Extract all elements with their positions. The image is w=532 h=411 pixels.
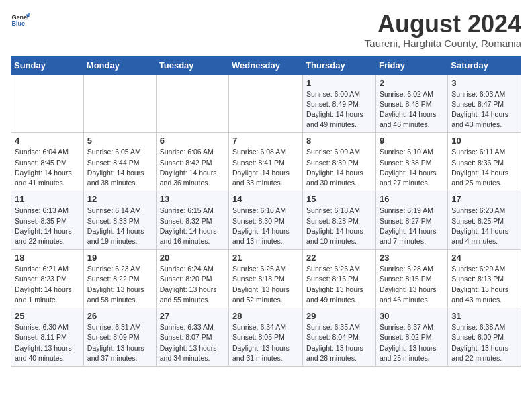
day-info: Sunrise: 6:34 AMSunset: 8:05 PMDaylight:… [232, 322, 299, 363]
weekday-header-cell: Tuesday [156, 56, 228, 75]
calendar-body: 1Sunrise: 6:00 AMSunset: 8:49 PMDaylight… [11, 75, 521, 366]
calendar-day-cell: 17Sunrise: 6:20 AMSunset: 8:25 PMDayligh… [448, 191, 521, 250]
day-info: Sunrise: 6:03 AMSunset: 8:47 PMDaylight:… [451, 89, 517, 130]
day-info: Sunrise: 6:25 AMSunset: 8:18 PMDaylight:… [232, 264, 299, 305]
day-number: 8 [306, 136, 372, 146]
calendar-week-row: 11Sunrise: 6:13 AMSunset: 8:35 PMDayligh… [11, 191, 521, 250]
calendar-day-cell: 26Sunrise: 6:31 AMSunset: 8:09 PMDayligh… [83, 308, 156, 367]
calendar-day-cell: 15Sunrise: 6:18 AMSunset: 8:28 PMDayligh… [303, 191, 376, 250]
day-info: Sunrise: 6:15 AMSunset: 8:32 PMDaylight:… [160, 205, 225, 246]
day-info: Sunrise: 6:37 AMSunset: 8:02 PMDaylight:… [380, 322, 444, 363]
day-number: 21 [232, 253, 299, 263]
calendar-day-cell: 8Sunrise: 6:09 AMSunset: 8:39 PMDaylight… [303, 133, 376, 191]
calendar-day-cell: 20Sunrise: 6:24 AMSunset: 8:20 PMDayligh… [156, 250, 228, 308]
calendar-day-cell: 11Sunrise: 6:13 AMSunset: 8:35 PMDayligh… [11, 191, 84, 250]
calendar-day-cell: 10Sunrise: 6:11 AMSunset: 8:36 PMDayligh… [448, 133, 521, 191]
day-info: Sunrise: 6:02 AMSunset: 8:48 PMDaylight:… [380, 89, 444, 130]
day-info: Sunrise: 6:19 AMSunset: 8:27 PMDaylight:… [380, 205, 444, 246]
day-info: Sunrise: 6:21 AMSunset: 8:23 PMDaylight:… [15, 264, 80, 305]
day-info: Sunrise: 6:29 AMSunset: 8:13 PMDaylight:… [451, 264, 517, 305]
month-title: August 2024 [365, 11, 521, 38]
calendar-day-cell [156, 75, 228, 133]
day-number: 28 [232, 311, 299, 321]
header: General Blue August 2024 Taureni, Harghi… [11, 11, 521, 49]
day-number: 17 [451, 194, 517, 204]
day-number: 3 [451, 78, 517, 88]
calendar-day-cell: 31Sunrise: 6:38 AMSunset: 8:00 PMDayligh… [448, 308, 521, 367]
calendar-week-row: 4Sunrise: 6:04 AMSunset: 8:45 PMDaylight… [11, 133, 521, 191]
day-number: 27 [160, 311, 225, 321]
day-number: 30 [380, 311, 444, 321]
day-number: 14 [232, 194, 299, 204]
day-info: Sunrise: 6:20 AMSunset: 8:25 PMDaylight:… [451, 205, 517, 246]
day-info: Sunrise: 6:11 AMSunset: 8:36 PMDaylight:… [451, 147, 517, 188]
day-number: 20 [160, 253, 225, 263]
calendar-day-cell: 18Sunrise: 6:21 AMSunset: 8:23 PMDayligh… [11, 250, 84, 308]
day-info: Sunrise: 6:31 AMSunset: 8:09 PMDaylight:… [87, 322, 152, 363]
calendar-day-cell: 9Sunrise: 6:10 AMSunset: 8:38 PMDaylight… [375, 133, 447, 191]
calendar-day-cell: 28Sunrise: 6:34 AMSunset: 8:05 PMDayligh… [229, 308, 303, 367]
weekday-header-cell: Thursday [303, 56, 376, 75]
day-number: 6 [160, 136, 225, 146]
day-info: Sunrise: 6:33 AMSunset: 8:07 PMDaylight:… [160, 322, 225, 363]
logo-icon: General Blue [11, 11, 30, 30]
day-info: Sunrise: 6:35 AMSunset: 8:04 PMDaylight:… [306, 322, 372, 363]
day-number: 26 [87, 311, 152, 321]
day-info: Sunrise: 6:38 AMSunset: 8:00 PMDaylight:… [451, 322, 517, 363]
calendar-day-cell: 4Sunrise: 6:04 AMSunset: 8:45 PMDaylight… [11, 133, 84, 191]
day-number: 18 [15, 253, 80, 263]
calendar-day-cell [229, 75, 303, 133]
day-info: Sunrise: 6:10 AMSunset: 8:38 PMDaylight:… [380, 147, 444, 188]
calendar-day-cell: 14Sunrise: 6:16 AMSunset: 8:30 PMDayligh… [229, 191, 303, 250]
calendar-day-cell: 2Sunrise: 6:02 AMSunset: 8:48 PMDaylight… [375, 75, 447, 133]
calendar-day-cell: 7Sunrise: 6:08 AMSunset: 8:41 PMDaylight… [229, 133, 303, 191]
day-info: Sunrise: 6:08 AMSunset: 8:41 PMDaylight:… [232, 147, 299, 188]
calendar-week-row: 25Sunrise: 6:30 AMSunset: 8:11 PMDayligh… [11, 308, 521, 367]
day-info: Sunrise: 6:14 AMSunset: 8:33 PMDaylight:… [87, 205, 152, 246]
calendar-table: SundayMondayTuesdayWednesdayThursdayFrid… [11, 56, 521, 367]
day-number: 1 [306, 78, 372, 88]
day-info: Sunrise: 6:28 AMSunset: 8:15 PMDaylight:… [380, 264, 444, 305]
weekday-header-cell: Wednesday [229, 56, 303, 75]
day-info: Sunrise: 6:23 AMSunset: 8:22 PMDaylight:… [87, 264, 152, 305]
svg-text:Blue: Blue [11, 20, 25, 27]
calendar-day-cell: 21Sunrise: 6:25 AMSunset: 8:18 PMDayligh… [229, 250, 303, 308]
day-number: 9 [380, 136, 444, 146]
day-number: 7 [232, 136, 299, 146]
day-info: Sunrise: 6:30 AMSunset: 8:11 PMDaylight:… [15, 322, 80, 363]
calendar-day-cell: 3Sunrise: 6:03 AMSunset: 8:47 PMDaylight… [448, 75, 521, 133]
day-number: 13 [160, 194, 225, 204]
day-info: Sunrise: 6:04 AMSunset: 8:45 PMDaylight:… [15, 147, 80, 188]
calendar-day-cell: 24Sunrise: 6:29 AMSunset: 8:13 PMDayligh… [448, 250, 521, 308]
day-number: 31 [451, 311, 517, 321]
calendar-day-cell: 23Sunrise: 6:28 AMSunset: 8:15 PMDayligh… [375, 250, 447, 308]
calendar-day-cell: 22Sunrise: 6:26 AMSunset: 8:16 PMDayligh… [303, 250, 376, 308]
day-number: 29 [306, 311, 372, 321]
weekday-header-cell: Monday [83, 56, 156, 75]
calendar-day-cell: 19Sunrise: 6:23 AMSunset: 8:22 PMDayligh… [83, 250, 156, 308]
day-number: 2 [380, 78, 444, 88]
day-info: Sunrise: 6:16 AMSunset: 8:30 PMDaylight:… [232, 205, 299, 246]
day-number: 11 [15, 194, 80, 204]
calendar-day-cell: 1Sunrise: 6:00 AMSunset: 8:49 PMDaylight… [303, 75, 376, 133]
logo: General Blue [11, 11, 30, 30]
day-info: Sunrise: 6:26 AMSunset: 8:16 PMDaylight:… [306, 264, 372, 305]
calendar-day-cell: 6Sunrise: 6:06 AMSunset: 8:42 PMDaylight… [156, 133, 228, 191]
weekday-header-cell: Saturday [448, 56, 521, 75]
calendar-day-cell [11, 75, 84, 133]
day-number: 10 [451, 136, 517, 146]
calendar-day-cell: 29Sunrise: 6:35 AMSunset: 8:04 PMDayligh… [303, 308, 376, 367]
weekday-header-cell: Friday [375, 56, 447, 75]
day-info: Sunrise: 6:24 AMSunset: 8:20 PMDaylight:… [160, 264, 225, 305]
day-info: Sunrise: 6:05 AMSunset: 8:44 PMDaylight:… [87, 147, 152, 188]
day-number: 12 [87, 194, 152, 204]
calendar-day-cell: 13Sunrise: 6:15 AMSunset: 8:32 PMDayligh… [156, 191, 228, 250]
day-number: 19 [87, 253, 152, 263]
calendar-week-row: 18Sunrise: 6:21 AMSunset: 8:23 PMDayligh… [11, 250, 521, 308]
day-number: 15 [306, 194, 372, 204]
calendar-day-cell: 27Sunrise: 6:33 AMSunset: 8:07 PMDayligh… [156, 308, 228, 367]
location-subtitle: Taureni, Harghita County, Romania [365, 38, 521, 49]
calendar-day-cell: 5Sunrise: 6:05 AMSunset: 8:44 PMDaylight… [83, 133, 156, 191]
day-info: Sunrise: 6:09 AMSunset: 8:39 PMDaylight:… [306, 147, 372, 188]
calendar-day-cell [83, 75, 156, 133]
